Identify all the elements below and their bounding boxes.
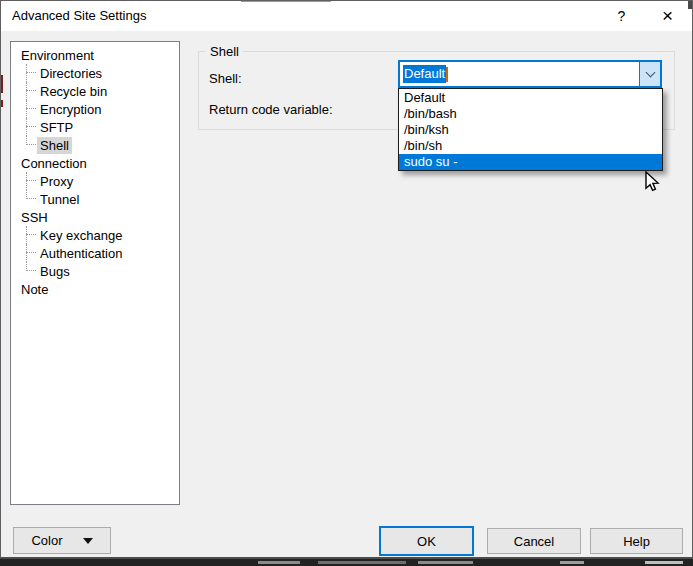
groupbox-caption: Shell xyxy=(206,44,243,59)
tree-item-shell[interactable]: Shell xyxy=(11,136,179,154)
screen: Advanced Site Settings ? × EnvironmentDi… xyxy=(0,0,693,566)
tree-item-label: Encryption xyxy=(37,101,104,118)
tree-item-tunnel[interactable]: Tunnel xyxy=(11,190,179,208)
tree-connector xyxy=(26,90,36,91)
tree-item-label: Note xyxy=(18,281,51,298)
tree-item-label: Authentication xyxy=(37,245,125,262)
mouse-cursor-icon xyxy=(645,171,660,192)
help-icon: ? xyxy=(618,8,626,24)
shell-combobox[interactable]: Default xyxy=(398,60,662,88)
tree-item-label: Key exchange xyxy=(37,227,125,244)
combobox-selected-text: Default xyxy=(403,65,446,83)
dropdown-option-default[interactable]: Default xyxy=(399,89,662,105)
combobox-dropdown-button[interactable] xyxy=(639,62,660,86)
tree-item-environment[interactable]: Environment xyxy=(11,46,179,64)
tree-item-label: SFTP xyxy=(37,119,76,136)
dropdown-option-bin-ksh[interactable]: /bin/ksh xyxy=(399,121,662,137)
tree-item-key-exchange[interactable]: Key exchange xyxy=(11,226,179,244)
tree-item-ssh[interactable]: SSH xyxy=(11,208,179,226)
background-window-strip xyxy=(0,559,693,566)
tree-item-authentication[interactable]: Authentication xyxy=(11,244,179,262)
tree-connector xyxy=(26,64,27,82)
tree-connector xyxy=(26,234,36,235)
tree-item-label: Proxy xyxy=(37,173,76,190)
advanced-site-settings-dialog: Advanced Site Settings ? × EnvironmentDi… xyxy=(0,0,693,559)
titlebar-help-button[interactable]: ? xyxy=(598,1,645,31)
tree-connector xyxy=(26,100,27,118)
background-artifact xyxy=(1,75,3,93)
tree-item-label: SSH xyxy=(18,209,51,226)
tree-connector xyxy=(26,108,36,109)
tree-item-label: Recycle bin xyxy=(37,83,110,100)
tree-connector xyxy=(26,172,27,190)
tree-item-label: Connection xyxy=(18,155,90,172)
tree-item-sftp[interactable]: SFTP xyxy=(11,118,179,136)
close-icon: × xyxy=(662,6,673,25)
tree-connector xyxy=(26,118,27,136)
shell-field-label: Shell: xyxy=(209,71,242,86)
color-button[interactable]: Color xyxy=(13,527,111,554)
settings-tree: EnvironmentDirectoriesRecycle binEncrypt… xyxy=(10,41,180,505)
tree-item-recycle-bin[interactable]: Recycle bin xyxy=(11,82,179,100)
tree-item-note[interactable]: Note xyxy=(11,280,179,298)
ok-button[interactable]: OK xyxy=(379,526,474,556)
tree-item-directories[interactable]: Directories xyxy=(11,64,179,82)
close-button[interactable]: × xyxy=(644,1,691,31)
dropdown-option-bin-bash[interactable]: /bin/bash xyxy=(399,105,662,121)
tree-item-label: Bugs xyxy=(37,263,73,280)
help-button[interactable]: Help xyxy=(590,528,683,554)
text-caret xyxy=(446,67,448,82)
shell-dropdown-list: Default/bin/bash/bin/ksh/bin/shsudo su - xyxy=(398,88,663,171)
tree-item-label: Tunnel xyxy=(37,191,82,208)
tree-connector xyxy=(26,198,36,199)
cancel-button-label: Cancel xyxy=(514,534,554,549)
tree-connector xyxy=(26,144,36,145)
tree-connector xyxy=(26,270,36,271)
tree-connector xyxy=(26,82,27,100)
tree-item-bugs[interactable]: Bugs xyxy=(11,262,179,280)
tree-item-label: Directories xyxy=(37,65,105,82)
tree-item-encryption[interactable]: Encryption xyxy=(11,100,179,118)
chevron-down-icon xyxy=(645,67,655,77)
titlebar[interactable]: Advanced Site Settings ? × xyxy=(1,1,692,31)
tree-item-proxy[interactable]: Proxy xyxy=(11,172,179,190)
dropdown-option-bin-sh[interactable]: /bin/sh xyxy=(399,138,662,154)
tree-item-connection[interactable]: Connection xyxy=(11,154,179,172)
dropdown-option-sudo-su[interactable]: sudo su - xyxy=(399,154,662,170)
tree-connector xyxy=(26,180,36,181)
ok-button-label: OK xyxy=(417,534,436,549)
background-artifact xyxy=(241,1,331,2)
background-artifact xyxy=(1,100,3,107)
tree-item-label: Environment xyxy=(18,47,97,64)
background-artifact xyxy=(688,1,692,9)
tree-connector xyxy=(26,126,36,127)
dialog-title: Advanced Site Settings xyxy=(12,1,146,31)
tree-item-label: Shell xyxy=(37,137,72,154)
dropdown-arrow-icon xyxy=(83,538,93,544)
tree-connector xyxy=(26,252,36,253)
color-button-label: Color xyxy=(31,533,62,548)
tree-connector xyxy=(26,72,36,73)
help-button-label: Help xyxy=(623,534,650,549)
tree-connector xyxy=(26,226,27,244)
return-code-variable-label: Return code variable: xyxy=(209,102,333,117)
tree-connector xyxy=(26,244,27,262)
cancel-button[interactable]: Cancel xyxy=(487,528,581,554)
